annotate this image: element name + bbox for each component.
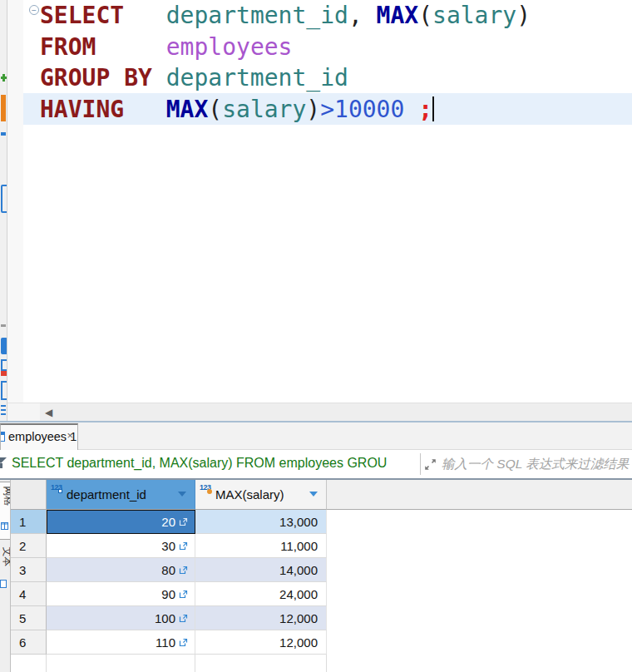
sql-token [124, 2, 166, 29]
numeric-type-icon: 123 [200, 483, 211, 492]
row-number-cell[interactable]: 1 [11, 510, 47, 534]
editor-text-area[interactable]: − SELECT department_id, MAX(salary)FROM … [23, 0, 632, 403]
column-header-label: department_id [67, 487, 146, 502]
table-row: 49024,000 [11, 582, 632, 606]
table-row: 38014,000 [11, 558, 632, 582]
sql-token: > [320, 96, 334, 123]
data-cell[interactable]: 30 [47, 534, 195, 558]
sql-token: department_id [166, 64, 348, 91]
cell-value: 13,000 [279, 515, 318, 529]
code-line[interactable]: SELECT department_id, MAX(salary) [40, 0, 531, 32]
table-row: 510012,000 [11, 606, 632, 630]
sql-file-icon[interactable] [1, 359, 7, 371]
data-cell[interactable]: 13,000 [195, 510, 327, 534]
reference-badge-icon [58, 489, 62, 493]
close-icon[interactable]: × [67, 429, 73, 442]
numeric-type-icon: 123 [51, 483, 62, 492]
code-line[interactable]: FROM employees [40, 32, 531, 63]
scroll-left-arrow-icon[interactable]: ◀ [45, 406, 52, 419]
text-icon [0, 580, 7, 588]
sql-token: ( [208, 96, 222, 123]
data-cell[interactable]: 24,000 [195, 582, 327, 606]
expand-panel-icon[interactable] [423, 457, 437, 472]
sql-token: ) [306, 96, 320, 123]
row-number-cell[interactable]: 5 [11, 606, 47, 630]
grid-corner-cell[interactable] [11, 480, 47, 510]
filter-query-input[interactable]: SELECT department_id, MAX(salary) FROM e… [12, 456, 417, 474]
sql-token: department_id [166, 2, 348, 29]
empty-cell-area [327, 630, 632, 655]
function-badge-icon [207, 489, 212, 494]
sql-token: ( [418, 2, 432, 29]
data-cell[interactable]: 20 [47, 510, 195, 534]
sql-token: employees [166, 33, 293, 61]
data-cell[interactable]: 110 [47, 630, 195, 655]
data-cell[interactable]: 14,000 [195, 558, 327, 582]
data-cell[interactable]: 90 [47, 582, 195, 606]
empty-cell-area [327, 558, 632, 582]
data-cell[interactable]: 80 [47, 558, 195, 582]
horizontal-scrollbar[interactable]: ◀ [40, 403, 632, 422]
code-line[interactable]: GROUP BY department_id [40, 62, 531, 94]
side-tab-grid-label: 网格 [1, 487, 12, 506]
data-cell[interactable]: 12,000 [195, 606, 327, 630]
row-number-cell[interactable]: 2 [11, 534, 47, 558]
column-dropdown-icon[interactable] [178, 492, 186, 497]
column-header-max-salary[interactable]: 123 MAX(salary) [195, 480, 327, 510]
results-side-tabs: 网格 文本 [0, 480, 11, 672]
dash-icon[interactable] [1, 132, 6, 136]
column-dropdown-icon[interactable] [309, 492, 318, 497]
column-separator [46, 655, 47, 672]
scrollbar-corner [7, 403, 40, 422]
table-icon [0, 432, 5, 442]
cell-value: 12,000 [279, 611, 318, 625]
open-reference-icon[interactable] [179, 517, 188, 526]
sql-token [96, 33, 165, 61]
code-lines: SELECT department_id, MAX(salary)FROM em… [40, 0, 531, 125]
results-tab-bar: employees 1 × [0, 422, 632, 450]
sql-token: HAVING [40, 96, 124, 123]
cell-value: 100 [155, 611, 175, 625]
sql-token: MAX [377, 2, 419, 29]
data-cell[interactable]: 100 [47, 606, 195, 630]
separator [420, 453, 421, 475]
sql-file-icon [1, 371, 7, 376]
editor-gutter [7, 0, 24, 403]
settings-icon[interactable] [1, 338, 7, 354]
grid-empty-area [11, 655, 632, 672]
sql-token: 10000 [334, 96, 404, 123]
sql-token: ; [418, 96, 432, 123]
open-reference-icon[interactable] [179, 638, 188, 647]
open-reference-icon[interactable] [179, 614, 188, 623]
grid-header: 123 department_id 123 MAX(salary) [11, 480, 632, 510]
sql-token [124, 96, 166, 123]
data-cell[interactable]: 12,000 [195, 630, 327, 655]
editor-left-toolbar[interactable] [0, 0, 7, 421]
open-reference-icon[interactable] [179, 566, 188, 575]
cell-value: 90 [161, 587, 175, 601]
side-tab-text[interactable]: 文本 [0, 543, 11, 595]
grid-icon [1, 522, 8, 530]
execute-icon[interactable] [1, 95, 6, 121]
tab-employees-1[interactable]: employees 1 × [0, 423, 78, 450]
row-number-cell[interactable]: 3 [11, 558, 47, 582]
data-cell[interactable]: 11,000 [195, 534, 327, 558]
fold-collapse-icon[interactable]: − [29, 5, 39, 15]
list-icon[interactable] [1, 405, 6, 407]
open-reference-icon[interactable] [179, 541, 188, 551]
row-number-cell[interactable]: 6 [11, 630, 47, 655]
sql-editor[interactable]: − SELECT department_id, MAX(salary)FROM … [7, 0, 632, 403]
row-number-cell[interactable]: 4 [11, 582, 47, 606]
code-line[interactable]: HAVING MAX(salary)>10000 ; [40, 94, 531, 126]
list-icon [1, 409, 6, 411]
table-row: 611012,000 [11, 630, 632, 655]
open-reference-icon[interactable] [179, 590, 188, 599]
side-tab-grid[interactable]: 网格 [0, 482, 11, 540]
sql-token: ) [516, 2, 531, 29]
script-icon[interactable] [1, 185, 7, 213]
filter-placeholder-text[interactable]: 输入一个 SQL 表达式来过滤结果 [442, 456, 632, 473]
column-header-department-id[interactable]: 123 department_id [47, 480, 195, 510]
filter-funnel-icon[interactable] [0, 457, 7, 469]
cell-value: 11,000 [280, 539, 318, 553]
page-icon[interactable] [1, 381, 7, 400]
